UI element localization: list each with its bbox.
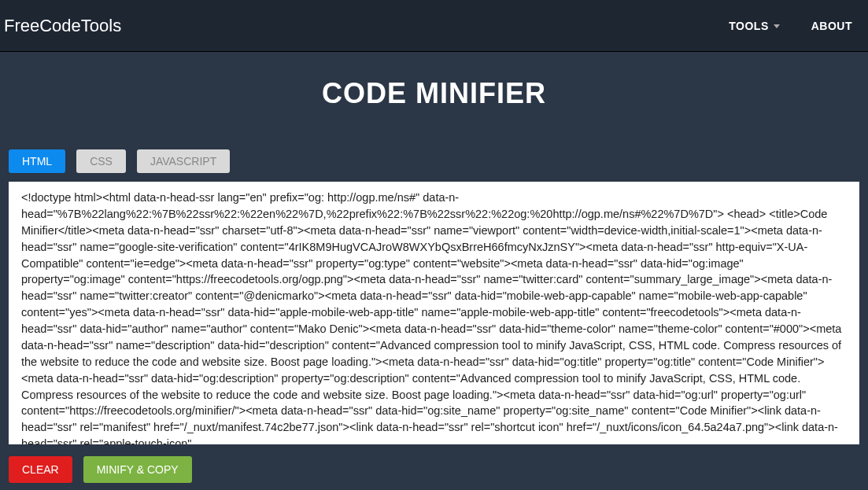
clear-button[interactable]: CLEAR	[9, 456, 72, 483]
chevron-down-icon	[774, 24, 780, 28]
code-input[interactable]	[9, 182, 859, 444]
tab-html[interactable]: HTML	[9, 149, 65, 173]
content: CODE MINIFIER HTML CSS JAVASCRIPT CLEAR …	[0, 52, 868, 490]
nav: TOOLS ABOUT	[729, 20, 852, 32]
nav-tools[interactable]: TOOLS	[729, 20, 779, 32]
logo[interactable]: FreeCodeTools	[4, 16, 121, 36]
tab-css[interactable]: CSS	[76, 149, 126, 173]
nav-tools-label: TOOLS	[729, 20, 768, 32]
tabs: HTML CSS JAVASCRIPT	[9, 149, 859, 173]
minify-copy-button[interactable]: MINIFY & COPY	[83, 456, 192, 483]
button-row: CLEAR MINIFY & COPY	[9, 456, 859, 483]
header: FreeCodeTools TOOLS ABOUT	[0, 0, 868, 52]
tab-javascript[interactable]: JAVASCRIPT	[137, 149, 230, 173]
page-title: CODE MINIFIER	[9, 61, 859, 149]
nav-about[interactable]: ABOUT	[811, 20, 852, 32]
